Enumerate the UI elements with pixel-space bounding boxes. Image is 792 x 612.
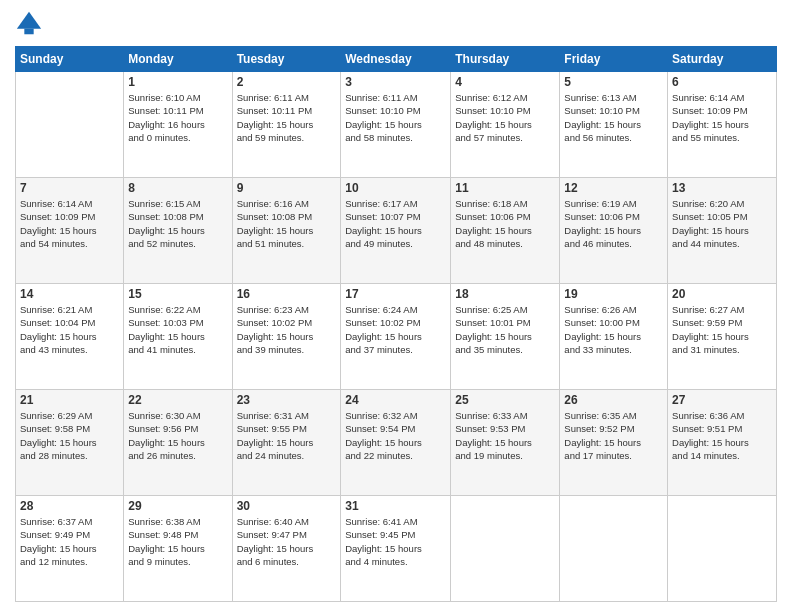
calendar-cell: 15Sunrise: 6:22 AMSunset: 10:03 PMDaylig…	[124, 284, 232, 390]
day-number: 4	[455, 75, 555, 89]
day-number: 5	[564, 75, 663, 89]
calendar-cell: 1Sunrise: 6:10 AMSunset: 10:11 PMDayligh…	[124, 72, 232, 178]
day-number: 18	[455, 287, 555, 301]
day-info: Sunrise: 6:15 AMSunset: 10:08 PMDaylight…	[128, 197, 227, 250]
day-number: 23	[237, 393, 337, 407]
calendar-cell: 31Sunrise: 6:41 AMSunset: 9:45 PMDayligh…	[341, 496, 451, 602]
calendar-cell: 26Sunrise: 6:35 AMSunset: 9:52 PMDayligh…	[560, 390, 668, 496]
day-info: Sunrise: 6:19 AMSunset: 10:06 PMDaylight…	[564, 197, 663, 250]
day-info: Sunrise: 6:27 AMSunset: 9:59 PMDaylight:…	[672, 303, 772, 356]
day-number: 22	[128, 393, 227, 407]
calendar-cell: 24Sunrise: 6:32 AMSunset: 9:54 PMDayligh…	[341, 390, 451, 496]
calendar-header: SundayMondayTuesdayWednesdayThursdayFrid…	[16, 47, 777, 72]
calendar-cell: 12Sunrise: 6:19 AMSunset: 10:06 PMDaylig…	[560, 178, 668, 284]
week-row-3: 21Sunrise: 6:29 AMSunset: 9:58 PMDayligh…	[16, 390, 777, 496]
week-row-2: 14Sunrise: 6:21 AMSunset: 10:04 PMDaylig…	[16, 284, 777, 390]
weekday-header-sunday: Sunday	[16, 47, 124, 72]
week-row-4: 28Sunrise: 6:37 AMSunset: 9:49 PMDayligh…	[16, 496, 777, 602]
calendar-cell: 9Sunrise: 6:16 AMSunset: 10:08 PMDayligh…	[232, 178, 341, 284]
weekday-row: SundayMondayTuesdayWednesdayThursdayFrid…	[16, 47, 777, 72]
calendar-body: 1Sunrise: 6:10 AMSunset: 10:11 PMDayligh…	[16, 72, 777, 602]
day-info: Sunrise: 6:18 AMSunset: 10:06 PMDaylight…	[455, 197, 555, 250]
day-number: 9	[237, 181, 337, 195]
calendar-cell: 25Sunrise: 6:33 AMSunset: 9:53 PMDayligh…	[451, 390, 560, 496]
weekday-header-monday: Monday	[124, 47, 232, 72]
calendar-cell	[451, 496, 560, 602]
day-number: 26	[564, 393, 663, 407]
svg-rect-1	[24, 29, 33, 35]
calendar-cell: 6Sunrise: 6:14 AMSunset: 10:09 PMDayligh…	[668, 72, 777, 178]
day-number: 21	[20, 393, 119, 407]
week-row-0: 1Sunrise: 6:10 AMSunset: 10:11 PMDayligh…	[16, 72, 777, 178]
day-info: Sunrise: 6:16 AMSunset: 10:08 PMDaylight…	[237, 197, 337, 250]
calendar-cell: 5Sunrise: 6:13 AMSunset: 10:10 PMDayligh…	[560, 72, 668, 178]
day-number: 2	[237, 75, 337, 89]
calendar-cell: 27Sunrise: 6:36 AMSunset: 9:51 PMDayligh…	[668, 390, 777, 496]
calendar-cell: 13Sunrise: 6:20 AMSunset: 10:05 PMDaylig…	[668, 178, 777, 284]
day-number: 3	[345, 75, 446, 89]
day-info: Sunrise: 6:23 AMSunset: 10:02 PMDaylight…	[237, 303, 337, 356]
day-info: Sunrise: 6:30 AMSunset: 9:56 PMDaylight:…	[128, 409, 227, 462]
calendar-cell	[560, 496, 668, 602]
day-info: Sunrise: 6:36 AMSunset: 9:51 PMDaylight:…	[672, 409, 772, 462]
day-info: Sunrise: 6:21 AMSunset: 10:04 PMDaylight…	[20, 303, 119, 356]
day-number: 7	[20, 181, 119, 195]
calendar-table: SundayMondayTuesdayWednesdayThursdayFrid…	[15, 46, 777, 602]
day-number: 25	[455, 393, 555, 407]
calendar-cell: 18Sunrise: 6:25 AMSunset: 10:01 PMDaylig…	[451, 284, 560, 390]
day-info: Sunrise: 6:31 AMSunset: 9:55 PMDaylight:…	[237, 409, 337, 462]
day-info: Sunrise: 6:14 AMSunset: 10:09 PMDaylight…	[20, 197, 119, 250]
day-number: 12	[564, 181, 663, 195]
day-number: 19	[564, 287, 663, 301]
day-info: Sunrise: 6:41 AMSunset: 9:45 PMDaylight:…	[345, 515, 446, 568]
day-number: 6	[672, 75, 772, 89]
calendar-cell: 28Sunrise: 6:37 AMSunset: 9:49 PMDayligh…	[16, 496, 124, 602]
calendar-cell: 14Sunrise: 6:21 AMSunset: 10:04 PMDaylig…	[16, 284, 124, 390]
day-info: Sunrise: 6:10 AMSunset: 10:11 PMDaylight…	[128, 91, 227, 144]
day-info: Sunrise: 6:29 AMSunset: 9:58 PMDaylight:…	[20, 409, 119, 462]
day-info: Sunrise: 6:37 AMSunset: 9:49 PMDaylight:…	[20, 515, 119, 568]
day-info: Sunrise: 6:33 AMSunset: 9:53 PMDaylight:…	[455, 409, 555, 462]
day-info: Sunrise: 6:11 AMSunset: 10:10 PMDaylight…	[345, 91, 446, 144]
calendar-cell: 20Sunrise: 6:27 AMSunset: 9:59 PMDayligh…	[668, 284, 777, 390]
day-number: 17	[345, 287, 446, 301]
calendar-cell: 7Sunrise: 6:14 AMSunset: 10:09 PMDayligh…	[16, 178, 124, 284]
day-number: 13	[672, 181, 772, 195]
calendar-cell	[668, 496, 777, 602]
day-info: Sunrise: 6:40 AMSunset: 9:47 PMDaylight:…	[237, 515, 337, 568]
day-number: 31	[345, 499, 446, 513]
day-number: 10	[345, 181, 446, 195]
day-number: 27	[672, 393, 772, 407]
calendar-cell: 16Sunrise: 6:23 AMSunset: 10:02 PMDaylig…	[232, 284, 341, 390]
calendar-cell: 23Sunrise: 6:31 AMSunset: 9:55 PMDayligh…	[232, 390, 341, 496]
day-info: Sunrise: 6:26 AMSunset: 10:00 PMDaylight…	[564, 303, 663, 356]
calendar-cell: 29Sunrise: 6:38 AMSunset: 9:48 PMDayligh…	[124, 496, 232, 602]
day-number: 24	[345, 393, 446, 407]
day-info: Sunrise: 6:14 AMSunset: 10:09 PMDaylight…	[672, 91, 772, 144]
day-info: Sunrise: 6:20 AMSunset: 10:05 PMDaylight…	[672, 197, 772, 250]
logo-icon	[15, 10, 43, 38]
day-number: 20	[672, 287, 772, 301]
day-number: 14	[20, 287, 119, 301]
weekday-header-tuesday: Tuesday	[232, 47, 341, 72]
day-number: 30	[237, 499, 337, 513]
calendar-cell: 21Sunrise: 6:29 AMSunset: 9:58 PMDayligh…	[16, 390, 124, 496]
svg-marker-0	[17, 12, 41, 29]
day-info: Sunrise: 6:11 AMSunset: 10:11 PMDaylight…	[237, 91, 337, 144]
day-number: 29	[128, 499, 227, 513]
weekday-header-thursday: Thursday	[451, 47, 560, 72]
day-info: Sunrise: 6:25 AMSunset: 10:01 PMDaylight…	[455, 303, 555, 356]
calendar-cell: 19Sunrise: 6:26 AMSunset: 10:00 PMDaylig…	[560, 284, 668, 390]
calendar-cell: 17Sunrise: 6:24 AMSunset: 10:02 PMDaylig…	[341, 284, 451, 390]
page: SundayMondayTuesdayWednesdayThursdayFrid…	[0, 0, 792, 612]
day-info: Sunrise: 6:22 AMSunset: 10:03 PMDaylight…	[128, 303, 227, 356]
day-number: 28	[20, 499, 119, 513]
day-number: 11	[455, 181, 555, 195]
day-number: 8	[128, 181, 227, 195]
day-number: 16	[237, 287, 337, 301]
calendar-cell: 2Sunrise: 6:11 AMSunset: 10:11 PMDayligh…	[232, 72, 341, 178]
weekday-header-saturday: Saturday	[668, 47, 777, 72]
weekday-header-friday: Friday	[560, 47, 668, 72]
calendar-cell: 30Sunrise: 6:40 AMSunset: 9:47 PMDayligh…	[232, 496, 341, 602]
calendar-cell: 3Sunrise: 6:11 AMSunset: 10:10 PMDayligh…	[341, 72, 451, 178]
